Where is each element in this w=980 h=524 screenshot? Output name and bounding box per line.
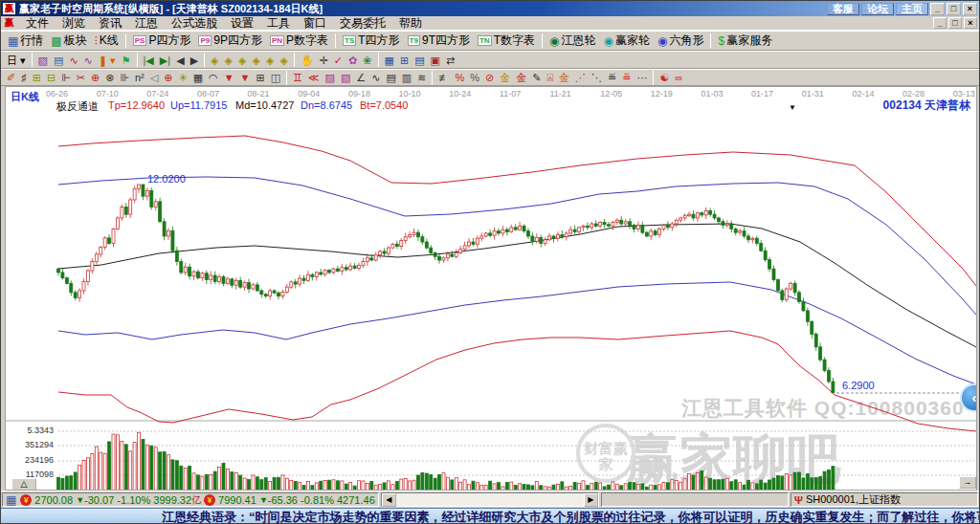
nav-diamond-shrink-button[interactable]: ◈ [250, 52, 263, 68]
scroll-right-button[interactable]: ▶ [584, 493, 598, 507]
spiral-tool-button[interactable]: ✂ [74, 70, 88, 86]
hatch-tool-button[interactable]: ≋ [414, 70, 429, 86]
kline-canvas[interactable] [6, 87, 977, 491]
p-table-button[interactable]: PNP数字表 [266, 33, 332, 49]
gann-wheel-button[interactable]: ◉江恩轮 [546, 33, 599, 49]
save-tool-button[interactable]: ▣ [428, 52, 443, 68]
box-fill-tool-button[interactable]: ▨ [323, 70, 338, 86]
n2-square-tool-button[interactable]: n² [132, 70, 147, 86]
angle-lines1-tool-button[interactable]: ⋰ [572, 70, 589, 86]
yinyang-tool-button[interactable]: ☯ [657, 70, 672, 86]
slope-tool-button[interactable]: ⋯ [634, 70, 650, 86]
draw-pen-tool-button[interactable]: ✐ [4, 70, 18, 86]
gold-box-tool-button[interactable]: 金 [556, 70, 572, 86]
candle-style-dropdown-button[interactable]: ❚ ▾ [96, 52, 119, 68]
menu-item[interactable]: 窗口 [297, 16, 333, 31]
wave-tool-button[interactable]: ❀ [360, 52, 374, 68]
percent-tool-button[interactable]: % [467, 70, 482, 86]
nav-diamond-center-button[interactable]: ◈ [263, 52, 277, 68]
menu-item[interactable]: 公式选股 [165, 16, 224, 31]
menu-item[interactable]: 文件 [19, 16, 56, 31]
menu-item[interactable]: 设置 [224, 16, 260, 31]
gann-box-up-tool-button[interactable]: ⊞ [30, 70, 44, 86]
angle-line-tool-button[interactable]: ∠ [353, 70, 368, 86]
starburst-tool-button[interactable]: ✳ [175, 70, 189, 86]
9t-square-button[interactable]: T99T四方形 [404, 33, 474, 49]
titlebar-link-forum[interactable]: 论坛 [861, 3, 894, 15]
matrix-tool-button[interactable]: ▦ [190, 70, 206, 86]
menu-item[interactable]: 工具 [260, 16, 297, 31]
child-minimize-button[interactable]: _ [933, 17, 947, 29]
gold-circle-tool-button[interactable]: 金 [497, 70, 513, 86]
ink-tool-button[interactable]: ✎ [529, 70, 544, 86]
t-square-button[interactable]: TST四方形 [339, 33, 404, 49]
cross-cursor-tool-button[interactable]: ✛ [317, 52, 331, 68]
calendar-tool-button[interactable]: ▦ [382, 52, 397, 68]
scroll-chart-right-button[interactable]: → [959, 476, 976, 489]
grid-large-tool-button[interactable]: ▤ [383, 70, 398, 86]
nav-diamond-expand-button[interactable]: ◈ [235, 52, 249, 68]
menu-item[interactable]: 帮助 [392, 16, 429, 31]
menu-item[interactable]: 资讯 [92, 16, 128, 31]
expand-volume-button[interactable]: △ [11, 478, 36, 491]
hexagon-tool-button[interactable]: ◉六角形 [654, 33, 707, 49]
child-close-button[interactable]: × [964, 17, 977, 29]
calculator-tool-button[interactable]: ⊞ [397, 52, 412, 68]
market-table-icon[interactable]: ▦ [6, 493, 16, 507]
steps-tool-button[interactable]: ≝ [605, 70, 619, 86]
barrier-tool-button[interactable]: ◫ [268, 70, 283, 86]
restore-button[interactable]: □ [947, 3, 961, 15]
box-shade-tool-button[interactable]: ▧ [338, 70, 353, 86]
percent-circle-tool-button[interactable]: ⊘ [482, 70, 497, 86]
last-bar-button[interactable]: ▶| [157, 52, 173, 68]
winner-service-button[interactable]: $赢家服务 [714, 33, 776, 49]
wave-line-tool-button[interactable]: ∿ [368, 70, 383, 86]
kline-flag-button[interactable]: ⚑ [119, 52, 134, 68]
gann-tool-button[interactable]: ✿ [345, 52, 360, 68]
gann-box-down-tool-button[interactable]: ⊟ [44, 70, 58, 86]
menu-item[interactable]: 交易委托 [333, 16, 392, 31]
titlebar-link-support[interactable]: 客服 [827, 3, 859, 15]
close-button[interactable]: × [963, 3, 977, 15]
nav-diamond-left-button[interactable]: ◈ [208, 52, 221, 68]
platform-tool-button[interactable]: ≞ [619, 70, 634, 86]
scale-tool-button[interactable]: ≢ [435, 70, 452, 86]
scrollbar-track[interactable] [396, 493, 584, 507]
winner-wheel-button[interactable]: ◉赢家轮 [599, 33, 653, 49]
chart-small-button[interactable]: ∿ [66, 52, 80, 68]
p-square-button[interactable]: PSP四方形 [129, 33, 195, 49]
info-panel-button[interactable]: ▤ [51, 52, 66, 68]
trendline-tool-button[interactable]: ✓ [331, 52, 345, 68]
infinity-tool-button[interactable]: ∞ [672, 70, 685, 86]
price-compass-tool-button[interactable]: ⊕ [161, 70, 175, 86]
gold-line-tool-button[interactable]: 金 [513, 70, 529, 86]
time-grid-tool-button[interactable]: ♯ [18, 70, 30, 86]
prev-bar-button[interactable]: ◀ [173, 52, 187, 68]
kline-button[interactable]: ⫶K线 [91, 33, 122, 49]
peak-mark-tool-button[interactable]: ◠ [206, 70, 221, 86]
circle-cross-tool-button[interactable]: ⊗ [102, 70, 117, 86]
scroll-left-button[interactable]: ◀ [382, 493, 396, 507]
quotes-button[interactable]: ▦行情 [4, 33, 47, 49]
child-restore-button[interactable]: □ [948, 17, 962, 29]
angle-lines2-tool-button[interactable]: ⋱ [589, 70, 605, 86]
data-transfer-tool-button[interactable]: ⇄ [443, 52, 457, 68]
titlebar-link-home[interactable]: 主页 [896, 3, 928, 15]
notebook-tool-button[interactable]: ▤ [412, 52, 427, 68]
first-bar-button[interactable]: |◀ [141, 52, 157, 68]
chart-compare-button[interactable]: ∿ [81, 52, 96, 68]
t-table-button[interactable]: TNT数字表 [474, 33, 539, 49]
rays-tool-button[interactable]: ≪ [305, 70, 323, 86]
flag-level-tool-button[interactable]: ⊩ [58, 70, 74, 86]
grid-matrix-tool-button[interactable]: ▥ [399, 70, 414, 86]
percent-red-tool-button[interactable]: % [452, 70, 467, 86]
grid-box-tool-button[interactable]: ⊞ [253, 70, 267, 86]
chart-area[interactable]: 江恩工具软件 QQ:100800360 赢家聊吧 财富赢家 日K线 06-260… [5, 86, 977, 491]
9p-square-button[interactable]: P99P四方形 [194, 33, 265, 49]
cycle-red-tool-button[interactable]: ▼ [221, 70, 237, 86]
formula-manager-button[interactable]: ▧ [35, 52, 51, 68]
horizontal-scrollbar[interactable]: ◀ ▶ [381, 492, 599, 507]
menu-item[interactable]: 浏览 [56, 16, 92, 31]
channel-box-tool-button[interactable]: ⍓ [544, 70, 556, 86]
minimize-button[interactable]: _ [930, 3, 945, 15]
